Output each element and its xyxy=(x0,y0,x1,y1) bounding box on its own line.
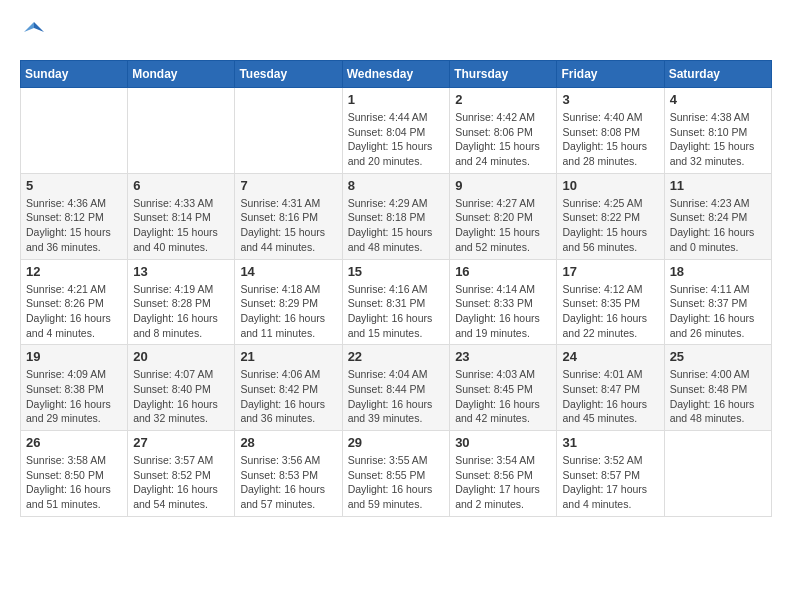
calendar-cell: 3Sunrise: 4:40 AMSunset: 8:08 PMDaylight… xyxy=(557,88,664,174)
weekday-header: Wednesday xyxy=(342,61,450,88)
weekday-header: Thursday xyxy=(450,61,557,88)
day-info: Sunrise: 4:40 AMSunset: 8:08 PMDaylight:… xyxy=(562,110,658,169)
calendar-cell: 10Sunrise: 4:25 AMSunset: 8:22 PMDayligh… xyxy=(557,173,664,259)
calendar-cell: 2Sunrise: 4:42 AMSunset: 8:06 PMDaylight… xyxy=(450,88,557,174)
day-info: Sunrise: 4:04 AMSunset: 8:44 PMDaylight:… xyxy=(348,367,445,426)
calendar-cell: 16Sunrise: 4:14 AMSunset: 8:33 PMDayligh… xyxy=(450,259,557,345)
day-info: Sunrise: 4:27 AMSunset: 8:20 PMDaylight:… xyxy=(455,196,551,255)
calendar-table: SundayMondayTuesdayWednesdayThursdayFrid… xyxy=(20,60,772,517)
weekday-header: Tuesday xyxy=(235,61,342,88)
day-number: 18 xyxy=(670,264,766,279)
calendar-cell: 5Sunrise: 4:36 AMSunset: 8:12 PMDaylight… xyxy=(21,173,128,259)
day-number: 11 xyxy=(670,178,766,193)
day-info: Sunrise: 3:57 AMSunset: 8:52 PMDaylight:… xyxy=(133,453,229,512)
calendar-cell: 29Sunrise: 3:55 AMSunset: 8:55 PMDayligh… xyxy=(342,431,450,517)
weekday-header: Sunday xyxy=(21,61,128,88)
calendar-cell: 17Sunrise: 4:12 AMSunset: 8:35 PMDayligh… xyxy=(557,259,664,345)
day-number: 20 xyxy=(133,349,229,364)
day-number: 3 xyxy=(562,92,658,107)
day-number: 16 xyxy=(455,264,551,279)
day-number: 10 xyxy=(562,178,658,193)
day-info: Sunrise: 4:14 AMSunset: 8:33 PMDaylight:… xyxy=(455,282,551,341)
logo xyxy=(20,20,46,44)
day-number: 30 xyxy=(455,435,551,450)
day-info: Sunrise: 4:44 AMSunset: 8:04 PMDaylight:… xyxy=(348,110,445,169)
calendar-cell: 12Sunrise: 4:21 AMSunset: 8:26 PMDayligh… xyxy=(21,259,128,345)
calendar-cell: 19Sunrise: 4:09 AMSunset: 8:38 PMDayligh… xyxy=(21,345,128,431)
calendar-cell: 26Sunrise: 3:58 AMSunset: 8:50 PMDayligh… xyxy=(21,431,128,517)
day-number: 2 xyxy=(455,92,551,107)
day-number: 5 xyxy=(26,178,122,193)
logo-icon xyxy=(22,20,46,44)
day-info: Sunrise: 4:23 AMSunset: 8:24 PMDaylight:… xyxy=(670,196,766,255)
calendar-cell: 13Sunrise: 4:19 AMSunset: 8:28 PMDayligh… xyxy=(128,259,235,345)
day-number: 4 xyxy=(670,92,766,107)
day-number: 27 xyxy=(133,435,229,450)
calendar-cell: 23Sunrise: 4:03 AMSunset: 8:45 PMDayligh… xyxy=(450,345,557,431)
day-info: Sunrise: 4:31 AMSunset: 8:16 PMDaylight:… xyxy=(240,196,336,255)
calendar-cell xyxy=(128,88,235,174)
weekday-header: Saturday xyxy=(664,61,771,88)
day-info: Sunrise: 4:01 AMSunset: 8:47 PMDaylight:… xyxy=(562,367,658,426)
day-number: 1 xyxy=(348,92,445,107)
day-number: 9 xyxy=(455,178,551,193)
day-number: 15 xyxy=(348,264,445,279)
day-info: Sunrise: 4:42 AMSunset: 8:06 PMDaylight:… xyxy=(455,110,551,169)
day-info: Sunrise: 3:58 AMSunset: 8:50 PMDaylight:… xyxy=(26,453,122,512)
calendar-cell: 6Sunrise: 4:33 AMSunset: 8:14 PMDaylight… xyxy=(128,173,235,259)
weekday-header: Friday xyxy=(557,61,664,88)
calendar-cell: 15Sunrise: 4:16 AMSunset: 8:31 PMDayligh… xyxy=(342,259,450,345)
day-info: Sunrise: 4:21 AMSunset: 8:26 PMDaylight:… xyxy=(26,282,122,341)
day-info: Sunrise: 4:33 AMSunset: 8:14 PMDaylight:… xyxy=(133,196,229,255)
day-info: Sunrise: 4:25 AMSunset: 8:22 PMDaylight:… xyxy=(562,196,658,255)
day-info: Sunrise: 4:00 AMSunset: 8:48 PMDaylight:… xyxy=(670,367,766,426)
day-number: 6 xyxy=(133,178,229,193)
calendar-cell xyxy=(664,431,771,517)
day-number: 22 xyxy=(348,349,445,364)
header-row: SundayMondayTuesdayWednesdayThursdayFrid… xyxy=(21,61,772,88)
calendar-cell: 22Sunrise: 4:04 AMSunset: 8:44 PMDayligh… xyxy=(342,345,450,431)
calendar-week-row: 26Sunrise: 3:58 AMSunset: 8:50 PMDayligh… xyxy=(21,431,772,517)
day-number: 12 xyxy=(26,264,122,279)
calendar-cell xyxy=(21,88,128,174)
day-number: 24 xyxy=(562,349,658,364)
day-info: Sunrise: 3:56 AMSunset: 8:53 PMDaylight:… xyxy=(240,453,336,512)
day-info: Sunrise: 4:11 AMSunset: 8:37 PMDaylight:… xyxy=(670,282,766,341)
weekday-header: Monday xyxy=(128,61,235,88)
calendar-cell: 30Sunrise: 3:54 AMSunset: 8:56 PMDayligh… xyxy=(450,431,557,517)
day-info: Sunrise: 4:38 AMSunset: 8:10 PMDaylight:… xyxy=(670,110,766,169)
calendar-week-row: 1Sunrise: 4:44 AMSunset: 8:04 PMDaylight… xyxy=(21,88,772,174)
day-info: Sunrise: 3:54 AMSunset: 8:56 PMDaylight:… xyxy=(455,453,551,512)
calendar-week-row: 12Sunrise: 4:21 AMSunset: 8:26 PMDayligh… xyxy=(21,259,772,345)
calendar-week-row: 19Sunrise: 4:09 AMSunset: 8:38 PMDayligh… xyxy=(21,345,772,431)
day-info: Sunrise: 4:29 AMSunset: 8:18 PMDaylight:… xyxy=(348,196,445,255)
day-info: Sunrise: 4:09 AMSunset: 8:38 PMDaylight:… xyxy=(26,367,122,426)
calendar-cell: 21Sunrise: 4:06 AMSunset: 8:42 PMDayligh… xyxy=(235,345,342,431)
page-header xyxy=(20,20,772,44)
day-number: 8 xyxy=(348,178,445,193)
calendar-cell: 28Sunrise: 3:56 AMSunset: 8:53 PMDayligh… xyxy=(235,431,342,517)
day-info: Sunrise: 4:16 AMSunset: 8:31 PMDaylight:… xyxy=(348,282,445,341)
day-number: 25 xyxy=(670,349,766,364)
day-info: Sunrise: 4:12 AMSunset: 8:35 PMDaylight:… xyxy=(562,282,658,341)
calendar-cell: 20Sunrise: 4:07 AMSunset: 8:40 PMDayligh… xyxy=(128,345,235,431)
calendar-cell: 27Sunrise: 3:57 AMSunset: 8:52 PMDayligh… xyxy=(128,431,235,517)
day-number: 13 xyxy=(133,264,229,279)
day-number: 7 xyxy=(240,178,336,193)
day-number: 23 xyxy=(455,349,551,364)
day-info: Sunrise: 4:18 AMSunset: 8:29 PMDaylight:… xyxy=(240,282,336,341)
calendar-cell: 4Sunrise: 4:38 AMSunset: 8:10 PMDaylight… xyxy=(664,88,771,174)
day-number: 14 xyxy=(240,264,336,279)
day-info: Sunrise: 3:52 AMSunset: 8:57 PMDaylight:… xyxy=(562,453,658,512)
calendar-cell: 18Sunrise: 4:11 AMSunset: 8:37 PMDayligh… xyxy=(664,259,771,345)
calendar-cell: 14Sunrise: 4:18 AMSunset: 8:29 PMDayligh… xyxy=(235,259,342,345)
calendar-cell: 8Sunrise: 4:29 AMSunset: 8:18 PMDaylight… xyxy=(342,173,450,259)
calendar-cell: 24Sunrise: 4:01 AMSunset: 8:47 PMDayligh… xyxy=(557,345,664,431)
calendar-cell: 1Sunrise: 4:44 AMSunset: 8:04 PMDaylight… xyxy=(342,88,450,174)
day-info: Sunrise: 4:36 AMSunset: 8:12 PMDaylight:… xyxy=(26,196,122,255)
day-number: 19 xyxy=(26,349,122,364)
calendar-cell: 9Sunrise: 4:27 AMSunset: 8:20 PMDaylight… xyxy=(450,173,557,259)
day-info: Sunrise: 4:19 AMSunset: 8:28 PMDaylight:… xyxy=(133,282,229,341)
calendar-week-row: 5Sunrise: 4:36 AMSunset: 8:12 PMDaylight… xyxy=(21,173,772,259)
day-info: Sunrise: 3:55 AMSunset: 8:55 PMDaylight:… xyxy=(348,453,445,512)
